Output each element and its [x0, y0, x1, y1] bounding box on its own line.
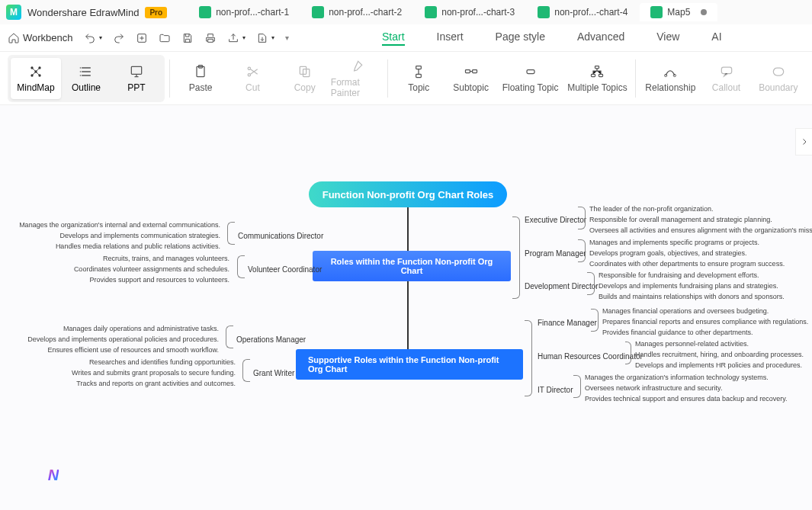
view-ppt[interactable]: PPT [111, 58, 162, 99]
detail[interactable]: Develops and implements operational poli… [27, 335, 219, 343]
workbench-label: Workbench [23, 32, 73, 43]
print-icon [204, 32, 217, 44]
menu-insert[interactable]: Insert [437, 30, 464, 46]
detail[interactable]: Provides financial guidance to other dep… [602, 329, 753, 336]
undo-button[interactable]: ▾ [84, 32, 102, 44]
open-button[interactable] [159, 32, 171, 44]
menu-page-style[interactable]: Page style [496, 30, 545, 46]
topic-button[interactable]: Topic [393, 56, 445, 101]
main-topic-roles[interactable]: Roles within the Function Non-profit Org… [313, 251, 511, 281]
print-button[interactable] [204, 32, 217, 44]
ai-assistant-button[interactable]: N [34, 455, 73, 495]
brush-icon [349, 59, 364, 74]
menu-advanced[interactable]: Advanced [577, 30, 624, 46]
detail[interactable]: Tracks and reports on grant activities a… [76, 380, 236, 387]
chevron-right-icon [800, 137, 809, 146]
share-button[interactable]: ▾ [227, 32, 246, 44]
bracket-icon [237, 255, 245, 278]
sub-volunteer-coord[interactable]: Volunteer Coordinator [248, 265, 322, 274]
tab-map5[interactable]: Map5 [640, 3, 717, 21]
sub-finance-manager[interactable]: Finance Manager [538, 319, 597, 327]
bracket-icon [512, 217, 520, 299]
detail[interactable]: Develops and implements communication st… [59, 232, 220, 239]
redo-button[interactable] [113, 32, 125, 44]
detail[interactable]: Develops program goals, objectives, and … [589, 249, 747, 257]
relationship-icon [663, 64, 678, 79]
new-button[interactable] [136, 32, 148, 44]
menu-ai[interactable]: AI [711, 30, 721, 46]
detail[interactable]: Manages the organization's internal and … [19, 221, 220, 229]
root-node[interactable]: Function Non-profit Org Chart Roles [309, 181, 507, 207]
outline-icon [79, 64, 94, 79]
detail[interactable]: Builds and maintains relationships with … [599, 293, 785, 300]
detail[interactable]: Manages the organization's information t… [585, 374, 769, 381]
save-button[interactable] [181, 32, 194, 44]
sub-ops-manager[interactable]: Operations Manager [236, 335, 306, 344]
copy-button[interactable]: Copy [279, 56, 331, 101]
view-outline[interactable]: Outline [61, 58, 111, 99]
detail[interactable]: Responsible for fundraising and developm… [599, 271, 759, 279]
detail[interactable]: Manages financial operations and oversee… [602, 307, 769, 315]
detail[interactable]: Oversees network infrastructure and secu… [585, 384, 722, 392]
save-icon [181, 32, 194, 44]
sub-exec-director[interactable]: Executive Director [525, 216, 586, 224]
detail[interactable]: Provides technical support and ensures d… [585, 395, 788, 403]
paste-button[interactable]: Paste [175, 56, 226, 101]
export-button[interactable]: ▾ [256, 32, 274, 44]
detail[interactable]: Researches and identifies funding opport… [89, 358, 236, 366]
detail[interactable]: Coordinates volunteer assignments and sc… [74, 265, 229, 273]
detail[interactable]: Writes and submits grant proposals to se… [72, 369, 236, 377]
view-mindmap[interactable]: MindMap [11, 58, 61, 99]
detail[interactable]: Handles recruitment, hiring, and onboard… [635, 351, 804, 358]
multiple-topics-button[interactable]: Multiple Topics [564, 56, 631, 101]
ribbon-label: Topic [408, 82, 429, 93]
tab-chart-2[interactable]: non-prof...-chart-2 [301, 3, 412, 21]
floating-icon [523, 64, 538, 79]
detail[interactable]: Recruits, trains, and manages volunteers… [103, 255, 229, 262]
detail[interactable]: Ensures efficient use of resources and s… [48, 346, 219, 354]
detail[interactable]: The leader of the non-profit organizatio… [589, 205, 714, 213]
bracket-icon [242, 359, 250, 382]
format-painter-button[interactable]: Format Painter [331, 56, 383, 101]
detail[interactable]: Coordinates with other departments to en… [589, 260, 785, 268]
detail[interactable]: Prepares financial reports and ensures c… [602, 318, 808, 326]
detail[interactable]: Handles media relations and public relat… [56, 242, 220, 250]
sub-it-director[interactable]: IT Director [538, 386, 573, 394]
bracket-icon [587, 272, 595, 295]
cut-button[interactable]: Cut [226, 56, 278, 101]
subtopic-button[interactable]: Subtopic [445, 56, 496, 101]
sub-comm-director[interactable]: Communications Director [238, 232, 323, 240]
callout-button[interactable]: Callout [700, 56, 752, 101]
tab-chart-1[interactable]: non-prof...-chart-1 [188, 3, 300, 21]
bracket-icon [227, 222, 235, 245]
detail[interactable]: Develops and implements fundraising plan… [599, 282, 778, 290]
tab-chart-4[interactable]: non-prof...-chart-4 [527, 3, 638, 21]
relationship-button[interactable]: Relationship [640, 56, 700, 101]
detail[interactable]: Develops and implements HR policies and … [635, 361, 802, 369]
detail[interactable]: Manages and implements specific programs… [589, 239, 759, 246]
ribbon-label: Cut [246, 82, 260, 93]
side-panel-toggle[interactable] [795, 128, 812, 156]
menu-start[interactable]: Start [382, 30, 405, 46]
detail[interactable]: Provides support and resources to volunt… [89, 276, 229, 284]
floating-topic-button[interactable]: Floating Topic [497, 56, 564, 101]
redo-icon [113, 32, 125, 44]
svg-point-12 [249, 73, 251, 75]
sub-program-manager[interactable]: Program Manager [525, 249, 586, 258]
main-topic-supportive[interactable]: Supportive Roles within the Function Non… [296, 349, 523, 380]
sub-grant-writer[interactable]: Grant Writer [253, 369, 294, 377]
svg-rect-9 [131, 66, 141, 74]
svg-rect-27 [773, 68, 783, 75]
detail[interactable]: Oversees all activities and ensures alig… [589, 226, 812, 234]
detail[interactable]: Responsible for overall management and s… [589, 216, 772, 223]
workbench-button[interactable]: Workbench [8, 32, 73, 44]
menu-view[interactable]: View [656, 30, 679, 46]
boundary-button[interactable]: Boundary [753, 56, 804, 101]
detail[interactable]: Manages personnel-related activities. [635, 340, 749, 348]
bracket-icon [578, 207, 586, 229]
chevron-down-icon[interactable]: ▾ [285, 34, 289, 42]
view-mode-label: PPT [127, 82, 145, 93]
detail[interactable]: Manages daily operations and administrat… [63, 325, 219, 332]
canvas[interactable]: Function Non-profit Org Chart Roles Role… [0, 105, 812, 510]
tab-chart-3[interactable]: non-prof...-chart-3 [414, 3, 525, 21]
